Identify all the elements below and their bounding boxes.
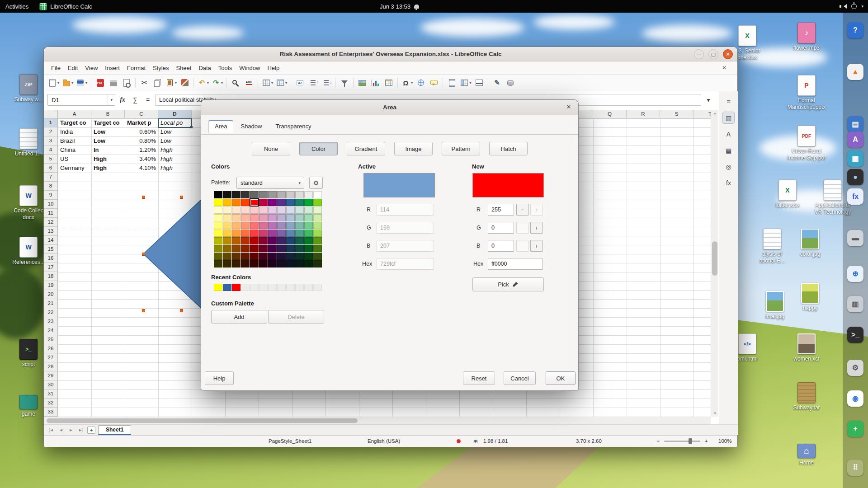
cell-B4[interactable]: In — [91, 145, 125, 155]
palette-swatch-9-5[interactable] — [259, 260, 268, 267]
b-increment-button[interactable]: + — [530, 240, 543, 252]
toolbar-find-and-replace[interactable] — [230, 77, 242, 89]
row-header-7[interactable]: 7 — [44, 173, 58, 182]
palette-swatch-4-7[interactable] — [277, 222, 286, 229]
palette-swatch-7-11[interactable] — [313, 245, 322, 252]
add-button[interactable]: Add — [211, 310, 267, 324]
chevron-down-icon[interactable]: ▾ — [108, 94, 115, 105]
palette-swatch-9-8[interactable] — [286, 260, 295, 267]
palette-swatch-1-3[interactable] — [241, 199, 250, 206]
menu-data[interactable]: Data — [195, 63, 214, 73]
toolbar-insert-chart[interactable] — [369, 77, 382, 89]
menu-file[interactable]: File — [47, 63, 64, 73]
recent-color-6[interactable] — [268, 284, 277, 291]
palette-swatch-3-0[interactable] — [214, 214, 222, 221]
b-decrement-button[interactable]: − — [516, 240, 529, 252]
cell-D6[interactable]: High — [158, 164, 192, 173]
palette-swatch-6-2[interactable] — [232, 237, 241, 244]
r-increment-button[interactable]: + — [530, 204, 543, 216]
dock-gallery[interactable]: ▦ — [847, 150, 863, 167]
palette-swatch-0-2[interactable] — [232, 191, 241, 198]
palette-swatch-8-10[interactable] — [304, 253, 313, 260]
palette-swatch-9-7[interactable] — [277, 260, 286, 267]
desktop-icon-home[interactable]: ⌂Home — [786, 439, 827, 466]
ok-button[interactable]: OK — [546, 371, 576, 385]
palette-swatch-7-8[interactable] — [286, 245, 295, 252]
dialog-tab-area[interactable]: Area — [208, 120, 233, 133]
dock-settings[interactable]: ⚙ — [847, 360, 863, 376]
row-header-12[interactable]: 12 — [44, 218, 58, 227]
function-wizard-button[interactable]: fx — [117, 94, 128, 106]
delete-button[interactable]: Delete — [268, 310, 324, 324]
help-button[interactable]: Help — [205, 371, 234, 385]
cell-A4[interactable]: China — [58, 145, 91, 155]
row-header-21[interactable]: 21 — [44, 299, 58, 308]
toolbar-undo[interactable]: ↶▾ — [197, 77, 210, 89]
palette-swatch-4-2[interactable] — [232, 222, 241, 229]
row-header-32[interactable]: 32 — [44, 399, 58, 408]
recent-color-0[interactable] — [214, 284, 222, 291]
zoom-level[interactable]: 100% — [718, 438, 731, 444]
desktop-icon-flower-mp3[interactable]: ♪flower.mp3 — [786, 23, 827, 52]
toolbar-show-draw-functions[interactable]: ✎ — [491, 77, 503, 89]
dialog-close-button[interactable]: ✕ — [565, 103, 573, 110]
toolbar-split-window[interactable] — [473, 77, 485, 89]
close-button[interactable]: ✕ — [723, 49, 733, 59]
toolbar-border-style[interactable]: ▾ — [275, 77, 288, 89]
palette-swatch-8-2[interactable] — [232, 253, 241, 260]
dock-math[interactable]: fx — [847, 188, 863, 205]
palette-swatch-7-10[interactable] — [304, 245, 313, 252]
palette-swatch-8-0[interactable] — [214, 253, 222, 260]
row-header-23[interactable]: 23 — [44, 317, 58, 326]
toolbar-export-pdf[interactable]: PDF — [94, 77, 106, 89]
palette-swatch-4-3[interactable] — [241, 222, 250, 229]
dock-archive[interactable]: ▥ — [847, 296, 863, 312]
palette-swatch-9-11[interactable] — [313, 260, 322, 267]
cell-B6[interactable]: High — [91, 164, 125, 173]
cell-C2[interactable]: 0.60% — [125, 127, 158, 136]
dock-terminal[interactable]: >_ — [847, 327, 863, 343]
palette-swatch-4-4[interactable] — [250, 222, 259, 229]
row-header-4[interactable]: 4 — [44, 145, 58, 155]
toolbar-gallery-toolbar[interactable] — [504, 77, 516, 89]
dialog-tab-transparency[interactable]: Transparency — [269, 120, 317, 133]
palette-swatch-7-4[interactable] — [250, 245, 259, 252]
palette-swatch-4-11[interactable] — [313, 222, 322, 229]
autosum-button[interactable]: ∑ — [130, 94, 141, 106]
scroll-up-arrow[interactable]: ▴ — [711, 110, 719, 117]
palette-swatch-7-3[interactable] — [241, 245, 250, 252]
toolbar-copy[interactable] — [151, 77, 164, 89]
toolbar-insert-special-character[interactable]: Ω▾ — [401, 77, 414, 89]
palette-swatch-5-1[interactable] — [223, 230, 231, 237]
cell-A1[interactable]: Target co — [58, 118, 91, 127]
palette-swatch-0-1[interactable] — [223, 191, 231, 198]
row-header-24[interactable]: 24 — [44, 326, 58, 335]
palette-swatch-9-6[interactable] — [268, 260, 277, 267]
column-header-Q[interactable]: Q — [593, 110, 627, 118]
toolbar-sort-ascending[interactable] — [307, 77, 319, 89]
row-header-20[interactable]: 20 — [44, 290, 58, 299]
desktop-icon-subway-tar[interactable]: Subway.tar — [786, 382, 827, 411]
row-header-3[interactable]: 3 — [44, 136, 58, 145]
toolbar-headers-and-footers[interactable] — [446, 77, 458, 89]
palette-swatch-2-5[interactable] — [259, 206, 268, 214]
palette-swatch-2-6[interactable] — [268, 206, 277, 214]
menu-format[interactable]: Format — [123, 63, 149, 73]
palette-swatch-8-3[interactable] — [241, 253, 250, 260]
cell-D3[interactable]: Low — [158, 136, 192, 145]
toolbar-redo[interactable]: ↷▾ — [211, 77, 224, 89]
palette-swatch-3-5[interactable] — [259, 214, 268, 221]
palette-swatch-0-11[interactable] — [313, 191, 322, 198]
palette-swatch-0-7[interactable] — [277, 191, 286, 198]
palette-swatch-3-3[interactable] — [241, 214, 250, 221]
zoom-slider[interactable] — [664, 441, 700, 442]
row-header-26[interactable]: 26 — [44, 344, 58, 353]
palette-swatch-3-9[interactable] — [295, 214, 304, 221]
desktop-icon-formal-manuscript-pptx[interactable]: PFormal Manuscript.pptx — [786, 75, 827, 111]
palette-swatch-4-9[interactable] — [295, 222, 304, 229]
toolbar-autofilter[interactable] — [338, 77, 350, 89]
sidebar-styles-deck[interactable]: A — [722, 128, 735, 140]
palette-swatch-1-7[interactable] — [277, 199, 286, 206]
sidebar-properties-deck[interactable]: ▥ — [722, 112, 735, 124]
palette-swatch-2-7[interactable] — [277, 206, 286, 214]
